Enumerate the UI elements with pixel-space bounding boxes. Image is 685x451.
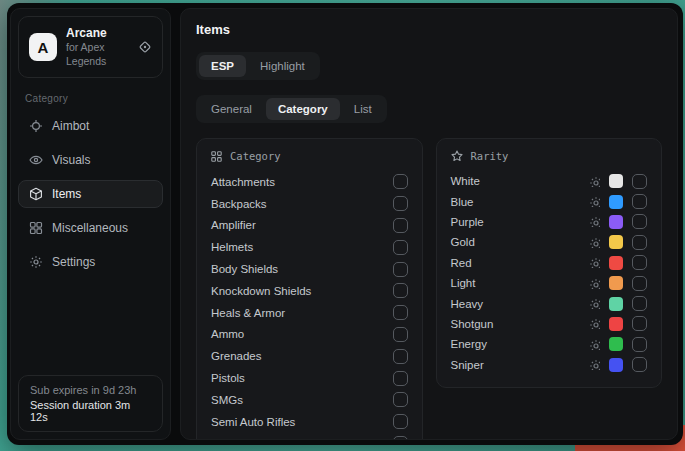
rarity-row-label: Red [451, 257, 472, 269]
color-swatch[interactable] [609, 276, 623, 290]
sidebar: A Arcane for Apex Legends Category Aimbo… [10, 8, 171, 440]
rarity-row: Blue [451, 191, 648, 211]
target-icon[interactable] [138, 40, 152, 54]
category-checkbox[interactable] [393, 305, 408, 320]
gear-icon[interactable] [589, 257, 600, 268]
rarity-row-controls [589, 235, 647, 250]
page-title: Items [196, 22, 662, 37]
category-checkbox[interactable] [393, 283, 408, 298]
sidebar-item-label: Aimbot [52, 119, 89, 133]
grid-icon [28, 221, 43, 235]
rarity-row-controls [589, 296, 647, 311]
app-subtitle: for Apex Legends [66, 41, 129, 68]
color-swatch[interactable] [609, 337, 623, 351]
main-panel: Items ESPHighlight GeneralCategoryList C… [180, 8, 678, 440]
sidebar-nav: AimbotVisualsItemsMiscellaneousSettings [11, 108, 170, 280]
rarity-row-label: Blue [451, 196, 474, 208]
rarity-checkbox[interactable] [632, 357, 647, 372]
category-row-label: Attachments [211, 176, 275, 188]
gear-icon[interactable] [589, 196, 600, 207]
rarity-checkbox[interactable] [632, 194, 647, 209]
arcane-window: A Arcane for Apex Legends Category Aimbo… [7, 3, 683, 445]
rarity-row-controls [589, 276, 647, 291]
color-swatch[interactable] [609, 317, 623, 331]
category-checkbox[interactable] [393, 327, 408, 342]
sidebar-section-label: Category [25, 93, 156, 104]
toggle-esp[interactable]: ESP [199, 55, 246, 77]
gear-icon[interactable] [589, 298, 600, 309]
rarity-checkbox[interactable] [632, 276, 647, 291]
category-checkbox[interactable] [393, 196, 408, 211]
category-row-label: Backpacks [211, 198, 267, 210]
category-row-label: Semi Auto Rifles [211, 416, 295, 428]
eye-icon [28, 153, 43, 167]
sub-expiry-text: Sub expires in 9d 23h [30, 384, 151, 396]
color-swatch[interactable] [609, 256, 623, 270]
category-row-label: SMGs [211, 394, 243, 406]
category-row-label: Amplifier [211, 219, 256, 231]
sidebar-item-settings[interactable]: Settings [18, 248, 163, 276]
sidebar-item-aimbot[interactable]: Aimbot [18, 112, 163, 140]
gear-icon[interactable] [589, 237, 600, 248]
category-row: Helmets [211, 236, 408, 258]
tab-group: GeneralCategoryList [196, 95, 387, 123]
rarity-checkbox[interactable] [632, 255, 647, 270]
category-row: Pistols [211, 367, 408, 389]
color-swatch[interactable] [609, 174, 623, 188]
rarity-panel-title: Rarity [471, 150, 509, 162]
category-checkbox[interactable] [393, 392, 408, 407]
toggle-highlight[interactable]: Highlight [248, 55, 317, 77]
category-checkbox[interactable] [393, 414, 408, 429]
gear-icon[interactable] [589, 339, 600, 350]
category-checkbox[interactable] [393, 371, 408, 386]
sidebar-item-label: Items [52, 187, 81, 201]
category-row-label: Assault Rifles [211, 437, 281, 440]
category-row: Grenades [211, 345, 408, 367]
category-row: Knockdown Shields [211, 280, 408, 302]
category-panel-title: Category [230, 150, 281, 162]
rarity-checkbox[interactable] [632, 214, 647, 229]
rarity-checkbox[interactable] [632, 296, 647, 311]
color-swatch[interactable] [609, 358, 623, 372]
rarity-checkbox[interactable] [632, 174, 647, 189]
tab-list[interactable]: List [342, 98, 384, 120]
rarity-row-controls [589, 316, 647, 331]
category-checkbox[interactable] [393, 436, 408, 440]
category-checkbox[interactable] [393, 240, 408, 255]
sidebar-item-visuals[interactable]: Visuals [18, 146, 163, 174]
rarity-row-label: Purple [451, 216, 484, 228]
gear-icon[interactable] [589, 216, 600, 227]
category-row: Attachments [211, 171, 408, 193]
rarity-checkbox[interactable] [632, 337, 647, 352]
category-row-label: Body Shields [211, 263, 278, 275]
rarity-row: Purple [451, 212, 648, 232]
category-checkbox[interactable] [393, 349, 408, 364]
gear-icon[interactable] [589, 359, 600, 370]
gear-icon[interactable] [589, 278, 600, 289]
rarity-row: Gold [451, 232, 648, 252]
rarity-row: Sniper [451, 355, 648, 375]
category-checkbox[interactable] [393, 174, 408, 189]
tab-general[interactable]: General [199, 98, 264, 120]
sidebar-item-miscellaneous[interactable]: Miscellaneous [18, 214, 163, 242]
tab-category[interactable]: Category [266, 98, 340, 120]
color-swatch[interactable] [609, 297, 623, 311]
rarity-checkbox[interactable] [632, 235, 647, 250]
color-swatch[interactable] [609, 215, 623, 229]
category-row-label: Pistols [211, 372, 245, 384]
color-swatch[interactable] [609, 195, 623, 209]
rarity-checkbox[interactable] [632, 316, 647, 331]
rarity-row-label: Energy [451, 338, 487, 350]
gear-icon[interactable] [589, 176, 600, 187]
category-row-label: Heals & Armor [211, 307, 285, 319]
rarity-row-label: Heavy [451, 298, 484, 310]
category-checkbox[interactable] [393, 262, 408, 277]
color-swatch[interactable] [609, 235, 623, 249]
cards-row: Category AttachmentsBackpacksAmplifierHe… [196, 138, 662, 440]
gear-icon[interactable] [589, 318, 600, 329]
rarity-row-controls [589, 357, 647, 372]
category-checkbox[interactable] [393, 218, 408, 233]
sidebar-item-items[interactable]: Items [18, 180, 163, 208]
category-row: Ammo [211, 324, 408, 346]
category-row: Assault Rifles [211, 433, 408, 440]
